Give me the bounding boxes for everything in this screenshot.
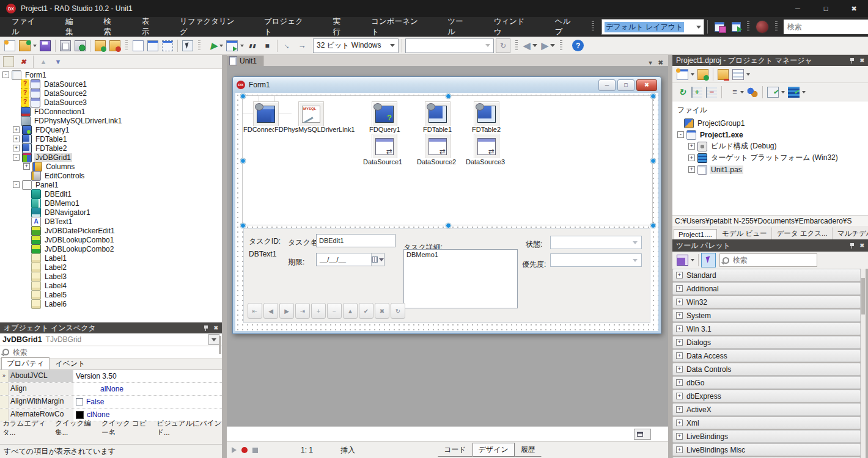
- window-maximize-button[interactable]: □: [812, 0, 840, 17]
- object-selector-dropdown[interactable]: [208, 334, 219, 345]
- tree-item[interactable]: FDPhysMySQLDriverLink1: [0, 116, 222, 125]
- tree-expander[interactable]: [23, 292, 29, 297]
- tree-expander[interactable]: [13, 126, 20, 133]
- toolbar-icon[interactable]: [73, 38, 87, 53]
- category-expander[interactable]: [676, 366, 683, 373]
- close-icon[interactable]: ✖: [859, 242, 864, 249]
- palette-scrollbar[interactable]: [861, 269, 866, 458]
- inspector-search-input[interactable]: [12, 347, 219, 357]
- tree-expander[interactable]: [676, 120, 682, 126]
- tree-item[interactable]: Label1: [0, 253, 222, 263]
- project-tree-item[interactable]: ProjectGroup1: [672, 117, 868, 129]
- pm-toolbar-icon[interactable]: [730, 67, 751, 82]
- tree-expander[interactable]: [688, 166, 695, 173]
- db-navigator-button[interactable]: +: [311, 303, 326, 319]
- menu-item[interactable]: ウィンドウ: [482, 17, 543, 37]
- form-titlebar[interactable]: DX Form1 ─ □ ✖: [233, 77, 661, 93]
- menu-item[interactable]: コンポーネント: [359, 17, 436, 37]
- db-navigator-button[interactable]: ⇥: [295, 303, 310, 319]
- toolbar-icon[interactable]: [2, 38, 17, 53]
- tree-item[interactable]: DBNavigator1: [0, 208, 222, 217]
- menu-item[interactable]: ファイル: [0, 17, 54, 37]
- pm-toolbar-icon[interactable]: [721, 86, 722, 98]
- dbedit-control[interactable]: DBEdit1: [316, 234, 395, 247]
- tree-item[interactable]: FDConnection1: [0, 107, 222, 116]
- palette-search-input[interactable]: [732, 255, 801, 265]
- category-expander[interactable]: [676, 406, 683, 413]
- property-row[interactable]: AlignWithMargin False: [0, 396, 222, 409]
- project-manager-tab[interactable]: マルチデバイ...: [833, 227, 868, 239]
- db-navigator-button[interactable]: ▲: [343, 303, 358, 319]
- fdconnection-component[interactable]: [253, 101, 279, 127]
- project-tree-item[interactable]: Unit1.pas: [672, 164, 868, 175]
- property-value[interactable]: False: [73, 396, 222, 408]
- toolbar-icon[interactable]: [58, 38, 73, 53]
- task-name-label[interactable]: タスク名:: [288, 238, 320, 248]
- tree-expander[interactable]: [23, 173, 29, 178]
- close-icon[interactable]: ✖: [213, 325, 218, 331]
- menu-item[interactable]: 編集: [54, 17, 92, 37]
- palette-category[interactable]: System: [672, 309, 861, 322]
- ide-search-input[interactable]: [784, 20, 868, 34]
- project-tree-item[interactable]: Project1.exe: [672, 129, 868, 140]
- tree-expander[interactable]: [13, 154, 20, 161]
- status-lookupcombo-control[interactable]: [550, 236, 642, 249]
- pm-toolbar-icon[interactable]: [696, 67, 710, 82]
- project-manager-tab[interactable]: モデル ビュー: [717, 227, 772, 239]
- checkbox-icon[interactable]: [76, 398, 83, 405]
- datasource3-component[interactable]: [474, 134, 499, 159]
- category-expander[interactable]: [676, 446, 683, 453]
- property-value[interactable]: alNone: [73, 383, 222, 395]
- tree-expander[interactable]: [13, 100, 18, 105]
- tree-expander[interactable]: [23, 163, 30, 170]
- menu-item[interactable]: プロジェクト: [252, 17, 322, 37]
- structure-toolbar-icon[interactable]: [33, 56, 34, 68]
- editor-view-tab[interactable]: コード: [438, 443, 473, 457]
- palette-toolbar-icon[interactable]: [701, 253, 716, 267]
- pm-toolbar-icon[interactable]: ↻: [675, 85, 690, 100]
- selection-handle[interactable]: [650, 93, 656, 99]
- toolbar-icon[interactable]: →: [280, 38, 295, 53]
- toolbar-icon[interactable]: [180, 38, 195, 53]
- project-manager-tab[interactable]: データ エクス...: [772, 227, 833, 239]
- tree-item[interactable]: JvDBLookupCombo2: [0, 244, 222, 253]
- tree-item[interactable]: Panel1: [0, 180, 222, 189]
- pm-toolbar-icon[interactable]: ✔: [765, 85, 786, 100]
- structure-toolbar-icon[interactable]: [1, 54, 16, 69]
- mysql-driverlink-component[interactable]: [298, 101, 324, 127]
- selection-handle[interactable]: [446, 223, 451, 228]
- toolbar-icon[interactable]: [38, 38, 53, 53]
- tree-item[interactable]: FDQuery1: [0, 125, 222, 134]
- tree-item[interactable]: Label6: [0, 299, 222, 308]
- fdquery-component[interactable]: [372, 101, 397, 127]
- toolbar-icon[interactable]: [177, 40, 178, 52]
- toolbar-icon[interactable]: [160, 38, 175, 53]
- tree-item[interactable]: FDTable2: [0, 144, 222, 153]
- palette-toolbar-icon[interactable]: [675, 253, 696, 267]
- tree-expander[interactable]: [23, 255, 29, 261]
- tree-expander[interactable]: [23, 237, 29, 242]
- priority-lookupcombo-control[interactable]: [550, 253, 642, 267]
- designed-form-window[interactable]: DX Form1 ─ □ ✖ FDConnec FDPhysMySQLDrive…: [232, 76, 661, 334]
- palette-category[interactable]: dbExpress: [672, 390, 861, 402]
- tree-item[interactable]: JvDBDatePickerEdit1: [0, 226, 222, 235]
- category-expander[interactable]: [676, 325, 683, 332]
- platform-combo[interactable]: 32 ビット Windows: [313, 38, 399, 53]
- editor-view-tab[interactable]: 履歴: [515, 443, 542, 457]
- pin-icon[interactable]: [850, 242, 855, 249]
- tree-item[interactable]: Label3: [0, 272, 222, 281]
- tree-expander[interactable]: [23, 200, 29, 206]
- palette-toolbar-icon[interactable]: [698, 254, 699, 266]
- tree-expander[interactable]: [23, 246, 29, 252]
- palette-category[interactable]: Data Controls: [672, 363, 861, 376]
- db-navigator-button[interactable]: ↻: [391, 303, 405, 319]
- refresh-devices-button[interactable]: ↻: [496, 38, 510, 53]
- selection-handle[interactable]: [650, 158, 656, 164]
- panel1-control[interactable]: タスクID: DBText1 タスク名: DBEdit1 期限: __/__/_…: [243, 228, 650, 323]
- tree-item[interactable]: DBMemo1: [0, 198, 222, 208]
- tree-item[interactable]: DBText1: [0, 217, 222, 226]
- db-navigator-button[interactable]: ◀: [263, 303, 278, 319]
- pm-toolbar-icon[interactable]: −: [704, 85, 719, 100]
- menu-item[interactable]: 検索: [92, 17, 130, 37]
- datepicker-control[interactable]: __/__/__: [316, 253, 384, 266]
